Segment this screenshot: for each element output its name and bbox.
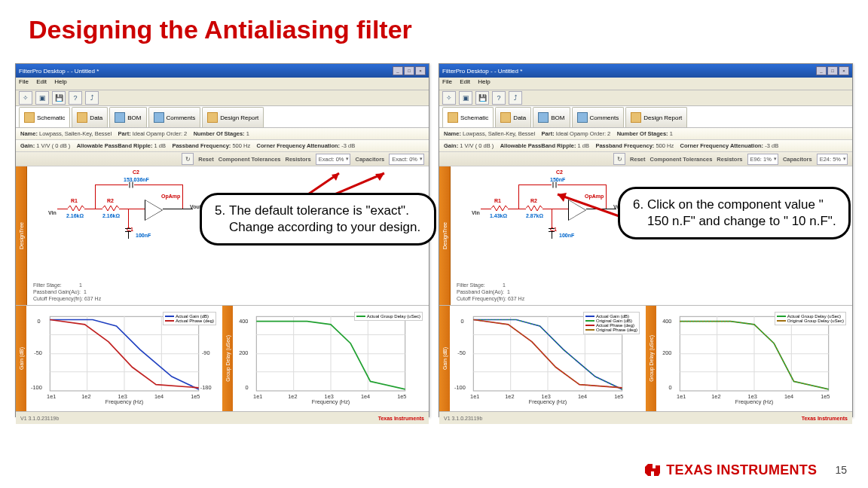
menu-file[interactable]: File (442, 78, 452, 85)
filter-info: Filter Stage: 1 Passband Gain(Ao): 1 Cut… (457, 282, 524, 302)
tab-design-report[interactable]: Design Report (202, 107, 264, 127)
capacitor-tolerance-dropdown[interactable]: E24: 5% (817, 154, 848, 165)
tab-data[interactable]: Data (495, 107, 531, 127)
r1-value[interactable]: 1.43kΩ (490, 213, 507, 218)
slide-title: Designing the Antialiasing filter (29, 15, 412, 44)
app-window-right: FilterPro Desktop - - Untitled * _ □ × F… (439, 63, 853, 417)
opamp-label: OpAmp (161, 194, 180, 199)
delay-chart-tab[interactable]: Group Delay (uSec) (222, 306, 233, 411)
capacitors-label: Capacitors (355, 156, 384, 163)
r2-value[interactable]: 2.16kΩ (102, 213, 120, 218)
statusbar-brand: Texas Instruments (802, 416, 848, 421)
panels-container: FilterPro Desktop - - Untitled * _ □ × F… (15, 63, 853, 417)
export-icon[interactable]: ⤴ (85, 91, 99, 105)
c2-value[interactable]: 153.036nF (124, 177, 149, 182)
svg-text:-100: -100 (454, 384, 466, 391)
main-toolbar: ✧ ▣ 💾 ? ⤴ (16, 90, 429, 106)
gain-chart-tab[interactable]: Gain (dB) (16, 306, 26, 411)
export-icon[interactable]: ⤴ (509, 91, 522, 105)
c2-label: C2 (556, 169, 563, 175)
svg-text:1e3: 1e3 (748, 394, 757, 401)
design-tree-tab[interactable]: DesignTree (439, 166, 451, 305)
info-strip-2: Gain: 1 V/V ( 0 dB ) Allowable PassBand … (16, 140, 429, 152)
new-icon[interactable]: ✧ (19, 91, 32, 105)
minimize-button[interactable]: _ (393, 66, 403, 75)
gain-phase-chart: Frequency (Hz) 0-50-100 1e11e21e31e41e5 … (450, 306, 646, 411)
maximize-button[interactable]: □ (404, 66, 414, 75)
minimize-button[interactable]: _ (816, 66, 827, 75)
svg-text:0: 0 (461, 318, 464, 325)
svg-text:1e2: 1e2 (711, 394, 720, 401)
open-icon[interactable]: ▣ (35, 91, 49, 105)
r2-value[interactable]: 2.87kΩ (526, 213, 543, 218)
tab-bom[interactable]: BOM (109, 107, 146, 127)
version-label: V1 3.1.0.23119b (20, 416, 59, 421)
svg-text:1e2: 1e2 (288, 394, 297, 401)
svg-text:-50: -50 (457, 349, 466, 356)
tolerance-bar: ↻ Reset Component Tolerances Resistors E… (16, 152, 429, 166)
svg-text:1e5: 1e5 (821, 394, 830, 401)
reset-icon[interactable]: ↻ (613, 153, 625, 165)
group-delay-chart: Frequency (Hz) 4002000 1e11e21e31e41e5 A… (233, 306, 429, 411)
callout-step-6: Click on the component value " 150 n.F" … (618, 187, 851, 239)
ti-chip-icon (643, 461, 662, 479)
svg-text:1e4: 1e4 (361, 394, 370, 401)
save-icon[interactable]: 💾 (475, 91, 489, 105)
menu-edit[interactable]: Edit (36, 78, 47, 85)
titlebar: FilterPro Desktop - - Untitled * _ □ × (16, 64, 429, 78)
svg-text:200: 200 (662, 349, 671, 356)
footer: TEXAS INSTRUMENTS 15 (643, 461, 847, 479)
c1-value[interactable]: 100nF (136, 233, 151, 238)
capacitor-tolerance-dropdown[interactable]: Exact: 0% (389, 154, 424, 165)
help-icon[interactable]: ? (69, 91, 82, 105)
menubar: File Edit Help (439, 78, 852, 90)
r1-label: R1 (494, 198, 501, 203)
resistors-label: Resistors (286, 156, 311, 163)
component-tolerances-label: Component Tolerances (650, 156, 713, 163)
vin-label: Vin (472, 210, 480, 215)
window-title: FilterPro Desktop - - Untitled * (442, 68, 522, 75)
save-icon[interactable]: 💾 (52, 91, 66, 105)
close-button[interactable]: × (839, 66, 849, 75)
svg-text:-100: -100 (31, 384, 42, 391)
ti-brand-text: TEXAS INSTRUMENTS (666, 462, 817, 478)
svg-text:0: 0 (669, 384, 672, 391)
info-strip-1: Name: Lowpass, Sallen-Key, Bessel Part: … (16, 128, 429, 140)
close-button[interactable]: × (415, 66, 426, 75)
gain-chart-tab[interactable]: Gain (dB) (439, 306, 450, 411)
menu-file[interactable]: File (19, 78, 29, 85)
maximize-button[interactable]: □ (827, 66, 838, 75)
r1-value[interactable]: 2.16kΩ (66, 213, 84, 218)
resistor-tolerance-dropdown[interactable]: Exact: 0% (316, 154, 351, 165)
resistor-tolerance-dropdown[interactable]: E96: 1% (747, 154, 778, 165)
reset-icon[interactable]: ↻ (182, 153, 194, 165)
help-icon[interactable]: ? (492, 91, 506, 105)
tab-schematic[interactable]: Schematic (19, 107, 70, 127)
resistors-label: Resistors (717, 156, 742, 163)
svg-text:1e1: 1e1 (470, 394, 479, 401)
svg-line-71 (558, 194, 625, 218)
svg-text:1e1: 1e1 (677, 394, 686, 401)
menubar: File Edit Help (16, 78, 429, 90)
tab-comments[interactable]: Comments (148, 107, 201, 127)
tab-comments[interactable]: Comments (572, 107, 625, 127)
menu-help[interactable]: Help (478, 78, 490, 85)
vin-label: Vin (48, 210, 57, 215)
r2-label: R2 (530, 198, 537, 203)
c1-value[interactable]: 100nF (559, 233, 574, 238)
open-icon[interactable]: ▣ (459, 91, 472, 105)
svg-text:0: 0 (38, 318, 41, 325)
r2-label: R2 (107, 198, 114, 203)
menu-edit[interactable]: Edit (460, 78, 470, 85)
tab-data[interactable]: Data (72, 107, 108, 127)
titlebar: FilterPro Desktop - - Untitled * _ □ × (439, 64, 852, 78)
new-icon[interactable]: ✧ (442, 91, 456, 105)
component-tolerances-label: Component Tolerances (219, 156, 281, 163)
tab-schematic[interactable]: Schematic (442, 107, 494, 127)
svg-text:1e2: 1e2 (505, 394, 514, 401)
tab-bom[interactable]: BOM (533, 107, 570, 127)
menu-help[interactable]: Help (54, 78, 66, 85)
tab-design-report[interactable]: Design Report (625, 107, 687, 127)
design-tree-tab[interactable]: DesignTree (16, 166, 27, 305)
delay-chart-tab[interactable]: Group Delay (uSec) (646, 306, 656, 411)
